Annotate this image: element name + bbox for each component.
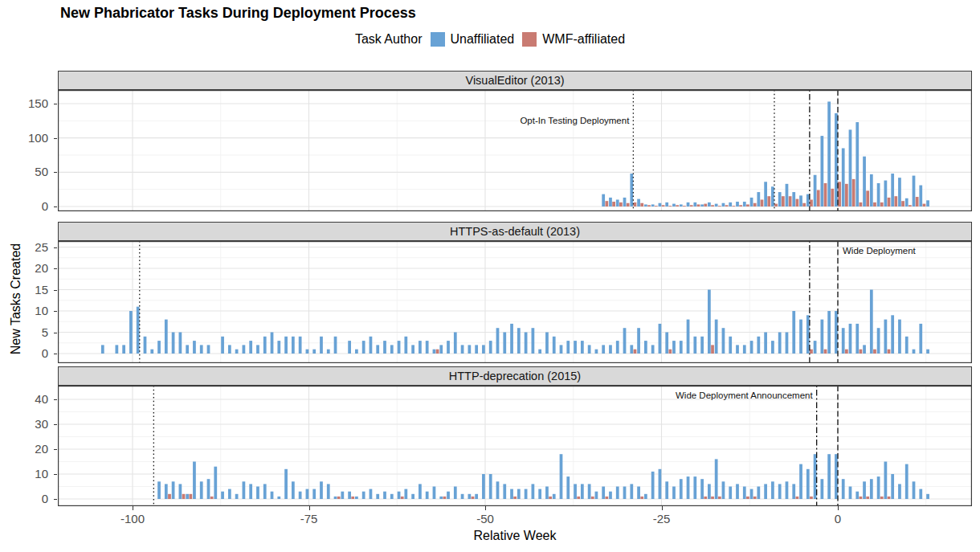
facet-chart-https-default: Wide Deployment <box>58 241 972 363</box>
y-tick-mark <box>54 290 57 291</box>
y-tick-mark <box>54 138 57 139</box>
y-tick-mark <box>54 311 57 312</box>
facet-chart-visualeditor: Opt-In Testing Deployment <box>58 90 972 211</box>
facet-strip-https-default: HTTPS-as-default (2013) <box>58 222 972 241</box>
y-tick-label: 20 <box>6 261 48 275</box>
legend-item-wmf: WMF-affiliated <box>522 32 625 47</box>
y-tick-label: 10 <box>6 467 48 480</box>
legend-item-label: Unaffiliated <box>451 32 515 47</box>
y-tick-label: 150 <box>6 96 48 110</box>
y-tick-label: 0 <box>6 492 48 505</box>
y-tick-mark <box>54 172 57 173</box>
event-annotation: Opt-In Testing Deployment <box>520 116 630 125</box>
x-tick-mark <box>485 506 486 510</box>
y-tick-label: 20 <box>6 442 48 456</box>
x-tick-label: -100 <box>120 512 145 525</box>
facet-strip-label: VisualEditor (2013) <box>465 74 564 87</box>
x-tick-mark <box>309 506 310 510</box>
y-tick-mark <box>54 399 57 400</box>
legend-item-label: WMF-affiliated <box>542 32 625 47</box>
y-tick-label: 5 <box>6 325 48 339</box>
x-tick-mark <box>133 506 133 510</box>
y-tick-mark <box>54 354 57 354</box>
y-tick-mark <box>54 449 57 450</box>
x-tick-mark <box>662 506 663 510</box>
event-annotation: Wide Deployment Announcement <box>676 390 813 400</box>
facet-strip-visualeditor: VisualEditor (2013) <box>58 71 972 90</box>
x-tick-mark <box>838 506 839 510</box>
y-tick-label: 0 <box>6 199 48 213</box>
y-tick-mark <box>54 247 57 248</box>
x-tick-label: -25 <box>653 512 671 525</box>
y-tick-mark <box>54 268 57 269</box>
y-tick-label: 40 <box>6 392 48 406</box>
y-tick-mark <box>54 474 57 475</box>
legend: Task Author Unaffiliated WMF-affiliated <box>0 32 980 47</box>
y-tick-label: 50 <box>6 165 48 178</box>
facet-strip-label: HTTP-deprecation (2015) <box>449 370 581 382</box>
y-tick-mark <box>54 499 57 500</box>
legend-item-unaffiliated: Unaffiliated <box>431 32 515 47</box>
y-tick-label: 30 <box>6 417 48 431</box>
wmf-swatch-icon <box>522 32 537 47</box>
x-tick-label: 0 <box>835 512 841 525</box>
y-tick-mark <box>54 206 57 207</box>
event-annotation: Wide Deployment <box>843 246 917 256</box>
y-tick-mark <box>54 333 57 333</box>
facet-panel-visualeditor: Opt-In Testing Deployment <box>58 90 972 211</box>
facet-chart-http-deprecation: Wide Deployment Announcement <box>58 386 972 506</box>
y-tick-label: 15 <box>6 283 48 296</box>
y-tick-mark <box>54 424 57 425</box>
facet-strip-label: HTTPS-as-default (2013) <box>450 225 580 238</box>
facet-strip-http-deprecation: HTTP-deprecation (2015) <box>58 366 972 386</box>
figure: New Phabricator Tasks During Deployment … <box>0 0 980 552</box>
x-tick-label: -50 <box>476 512 494 525</box>
chart-title: New Phabricator Tasks During Deployment … <box>60 5 416 22</box>
y-tick-label: 10 <box>6 304 48 317</box>
y-tick-label: 100 <box>6 131 48 145</box>
x-tick-label: -75 <box>300 512 318 525</box>
facet-panel-http-deprecation: Wide Deployment Announcement <box>58 386 972 506</box>
unaffiliated-swatch-icon <box>431 32 445 47</box>
y-tick-label: 0 <box>6 346 48 360</box>
y-tick-mark <box>54 104 57 104</box>
y-tick-label: 25 <box>6 240 48 254</box>
x-axis-title: Relative Week <box>58 529 972 543</box>
facet-panel-https-default: Wide Deployment <box>58 241 972 363</box>
legend-title: Task Author <box>355 32 423 47</box>
y-axis-gutter: 0501001500510152025010203040 <box>0 0 58 530</box>
